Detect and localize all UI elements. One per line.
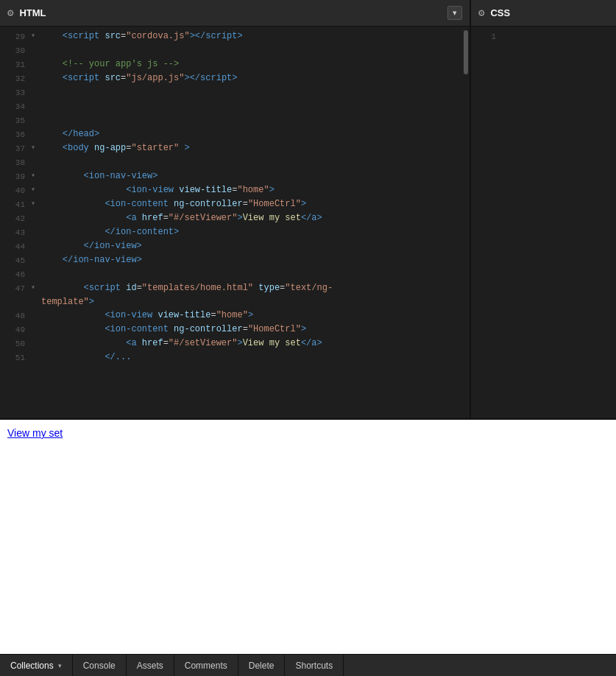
code-line-33: 33 <box>0 85 462 99</box>
editor-area: ⚙ HTML ▾ 29 ▾ <script src="cordova.js"><… <box>0 0 616 418</box>
css-panel: ⚙ CSS 1 <box>471 0 616 418</box>
code-line-30: 30 <box>0 43 462 57</box>
code-line-29: 29 ▾ <script src="cordova.js"></script> <box>0 29 462 43</box>
css-gear-icon: ⚙ <box>478 7 484 19</box>
html-scrollbar-thumb[interactable] <box>464 30 468 74</box>
code-line-32: 32 <script src="js/app.js"></script> <box>0 71 462 85</box>
html-panel-title: HTML <box>19 7 46 18</box>
html-scrollbar[interactable] <box>462 27 470 418</box>
code-line-45: 45 </ion-nav-view> <box>0 253 462 267</box>
code-line-39: 39 ▾ <ion-nav-view> <box>0 169 462 183</box>
html-dropdown-button[interactable]: ▾ <box>447 6 462 20</box>
code-line-43: 43 </ion-content> <box>0 225 462 239</box>
html-panel-header: ⚙ HTML ▾ <box>0 0 470 27</box>
code-line-35: 35 <box>0 113 462 127</box>
code-line-46: 46 <box>0 267 462 281</box>
code-line-44: 44 </ion-view> <box>0 239 462 253</box>
code-line-37: 37 ▾ <body ng-app="starter" > <box>0 141 462 155</box>
html-panel: ⚙ HTML ▾ 29 ▾ <script src="cordova.js"><… <box>0 0 471 418</box>
code-line-49: 49 <ion-content ng-controller="HomeCtrl"… <box>0 323 462 337</box>
code-line-47: 47 ▾ <script id="templates/home.html" ty… <box>0 281 462 295</box>
css-line-1: 1 <box>471 29 616 43</box>
console-button[interactable]: Console <box>73 655 127 677</box>
css-code-container[interactable]: 1 <box>471 27 616 418</box>
preview-link[interactable]: View my set <box>7 427 63 439</box>
code-line-36: 36 </head> <box>0 127 462 141</box>
comments-button[interactable]: Comments <box>174 655 238 677</box>
bottom-bar: Collections ▾ Console Assets Comments De… <box>0 654 616 676</box>
code-line-31: 31 <!-- your app's js --> <box>0 57 462 71</box>
code-line-48: 48 <ion-view view-title="home"> <box>0 309 462 323</box>
code-line-40: 40 ▾ <ion-view view-title="home"> <box>0 183 462 197</box>
collections-chevron-icon: ▾ <box>58 662 62 669</box>
gear-icon: ⚙ <box>7 7 13 19</box>
code-line-38: 38 <box>0 155 462 169</box>
code-line-34: 34 <box>0 99 462 113</box>
code-line-41: 41 ▾ <ion-content ng-controller="HomeCtr… <box>0 197 462 211</box>
code-line-50: 50 <a href="#/setViewer">View my set</a> <box>0 337 462 351</box>
code-line-42: 42 <a href="#/setViewer">View my set</a> <box>0 211 462 225</box>
css-panel-title: CSS <box>490 7 510 18</box>
html-code-container[interactable]: 29 ▾ <script src="cordova.js"></script> … <box>0 27 462 418</box>
code-line-47b: template"> <box>0 295 462 309</box>
code-line-51: 51 </... <box>0 351 462 365</box>
css-panel-header: ⚙ CSS <box>471 0 616 27</box>
assets-button[interactable]: Assets <box>127 655 174 677</box>
shortcuts-button[interactable]: Shortcuts <box>285 655 344 677</box>
collections-button[interactable]: Collections ▾ <box>0 655 73 677</box>
preview-area: View my set <box>0 418 616 654</box>
delete-button[interactable]: Delete <box>238 655 286 677</box>
